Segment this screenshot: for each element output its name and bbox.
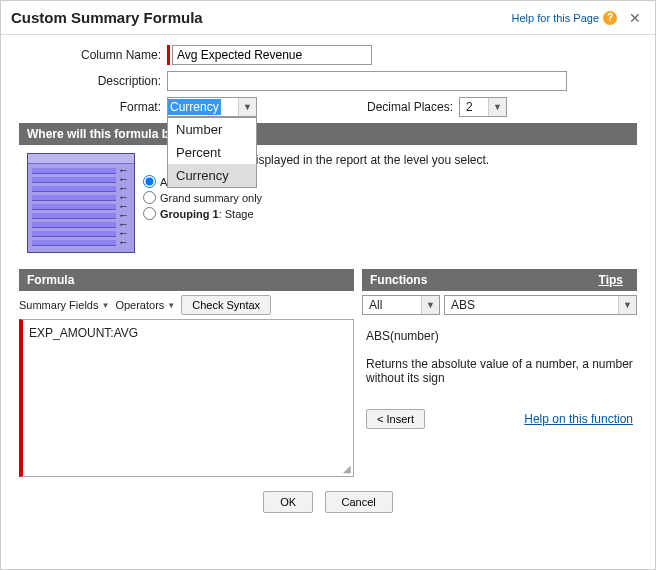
- description-input[interactable]: [167, 71, 567, 91]
- column-name-label: Column Name:: [19, 48, 167, 62]
- ok-button[interactable]: OK: [263, 491, 313, 513]
- chevron-down-icon[interactable]: ▼: [421, 296, 439, 314]
- decimal-places-label: Decimal Places:: [367, 100, 453, 114]
- function-description: Returns the absolute value of a number, …: [366, 357, 633, 385]
- close-icon[interactable]: ✕: [625, 10, 645, 26]
- cancel-button[interactable]: Cancel: [325, 491, 393, 513]
- description-row: Description:: [19, 71, 637, 91]
- check-syntax-button[interactable]: Check Syntax: [181, 295, 271, 315]
- format-select[interactable]: Currency ▼ Number Percent Currency: [167, 97, 257, 117]
- formula-header: Formula: [19, 269, 354, 291]
- operators-label: Operators: [115, 299, 164, 311]
- formula-toolbar: Summary Fields ▼ Operators ▼ Check Synta…: [19, 291, 354, 319]
- formula-textarea[interactable]: EXP_AMOUNT:AVG ◢: [19, 319, 354, 477]
- formula-text: EXP_AMOUNT:AVG: [29, 326, 138, 340]
- functions-toolbar: All ▼ ABS ▼: [362, 291, 637, 319]
- chevron-down-icon: ▼: [167, 301, 175, 310]
- dialog-title: Custom Summary Formula: [11, 9, 512, 26]
- decimal-places-value: 2: [460, 100, 479, 114]
- insert-function-button[interactable]: < Insert: [366, 409, 425, 429]
- decimal-places-select[interactable]: 2 ▼: [459, 97, 507, 117]
- help-for-page-link[interactable]: Help for this Page: [512, 12, 599, 24]
- format-option-number[interactable]: Number: [168, 118, 256, 141]
- column-name-input[interactable]: [172, 45, 372, 65]
- description-label: Description:: [19, 74, 167, 88]
- functions-header: Functions Tips: [362, 269, 637, 291]
- title-bar: Custom Summary Formula Help for this Pag…: [1, 1, 655, 35]
- formula-column: Formula Summary Fields ▼ Operators ▼ Che…: [19, 269, 354, 477]
- format-dropdown: Number Percent Currency: [167, 117, 257, 188]
- radio-grand-input[interactable]: [143, 191, 156, 204]
- function-name-select[interactable]: ABS ▼: [444, 295, 637, 315]
- format-option-percent[interactable]: Percent: [168, 141, 256, 164]
- function-category-value: All: [363, 298, 421, 312]
- formula-location-diagram: ←←← ←←← ←←←: [27, 153, 135, 253]
- formula-functions-row: Formula Summary Fields ▼ Operators ▼ Che…: [19, 269, 637, 477]
- dialog-content: Column Name: Description: Format: Curren…: [1, 35, 655, 531]
- summary-fields-label: Summary Fields: [19, 299, 98, 311]
- function-signature: ABS(number): [366, 329, 633, 343]
- functions-header-label: Functions: [370, 273, 427, 287]
- column-name-row: Column Name:: [19, 45, 637, 65]
- radio-all-input[interactable]: [143, 175, 156, 188]
- format-row: Format: Currency ▼ Number Percent Curren…: [19, 97, 637, 117]
- where-header: Where will this formula b: [19, 123, 637, 145]
- resize-grip-icon[interactable]: ◢: [343, 463, 351, 474]
- function-category-select[interactable]: All ▼: [362, 295, 440, 315]
- tips-link[interactable]: Tips: [599, 273, 629, 287]
- radio-grouping-input[interactable]: [143, 207, 156, 220]
- format-option-currency[interactable]: Currency: [168, 164, 256, 187]
- summary-fields-dropdown[interactable]: Summary Fields ▼: [19, 299, 109, 311]
- custom-summary-formula-dialog: Custom Summary Formula Help for this Pag…: [0, 0, 656, 570]
- dialog-buttons: OK Cancel: [19, 477, 637, 521]
- function-bottom-row: < Insert Help on this function: [366, 385, 633, 429]
- radio-grand-label: Grand summary only: [160, 192, 262, 204]
- chevron-down-icon[interactable]: ▼: [618, 296, 636, 314]
- chevron-down-icon[interactable]: ▼: [488, 98, 506, 116]
- required-indicator: [167, 45, 170, 65]
- radio-grouping-value: : Stage: [219, 208, 254, 220]
- radio-grouping-1[interactable]: Grouping 1 : Stage: [143, 207, 629, 220]
- chevron-down-icon: ▼: [101, 301, 109, 310]
- function-name-value: ABS: [445, 298, 618, 312]
- radio-grouping-label: Grouping 1: [160, 208, 219, 220]
- where-body: ←←← ←←← ←←← ation will be displayed in t…: [19, 145, 637, 261]
- format-value: Currency: [168, 99, 221, 115]
- format-label: Format:: [19, 100, 167, 114]
- radio-grand-only[interactable]: Grand summary only: [143, 191, 629, 204]
- operators-dropdown[interactable]: Operators ▼: [115, 299, 175, 311]
- help-icon[interactable]: ?: [603, 11, 617, 25]
- functions-column: Functions Tips All ▼ ABS ▼ ABS(number) R…: [362, 269, 637, 477]
- help-on-function-link[interactable]: Help on this function: [524, 412, 633, 426]
- decimal-places-block: Decimal Places: 2 ▼: [367, 97, 507, 117]
- function-description-box: ABS(number) Returns the absolute value o…: [362, 319, 637, 439]
- chevron-down-icon[interactable]: ▼: [238, 98, 256, 116]
